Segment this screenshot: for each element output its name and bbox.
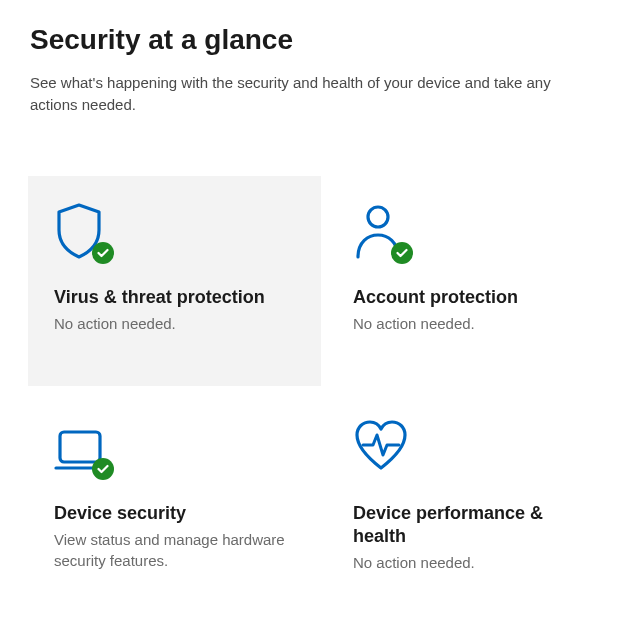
tile-device-performance-health[interactable]: Device performance & health No action ne… [327, 392, 620, 602]
page-title: Security at a glance [30, 24, 610, 56]
tile-account-protection[interactable]: Account protection No action needed. [327, 176, 620, 386]
svg-point-0 [368, 207, 388, 227]
security-tiles-grid: Virus & threat protection No action need… [0, 116, 640, 622]
tile-status: No action needed. [353, 552, 594, 573]
tile-status: No action needed. [353, 313, 594, 334]
check-badge-icon [92, 458, 114, 480]
check-badge-icon [92, 242, 114, 264]
tile-title: Virus & threat protection [54, 286, 295, 309]
tile-virus-threat-protection[interactable]: Virus & threat protection No action need… [28, 176, 321, 386]
tile-status: No action needed. [54, 313, 295, 334]
tile-title: Device performance & health [353, 502, 594, 549]
tile-status: View status and manage hardware security… [54, 529, 295, 571]
tile-title: Account protection [353, 286, 594, 309]
tile-device-security[interactable]: Device security View status and manage h… [28, 392, 321, 602]
heart-pulse-icon [353, 418, 409, 476]
check-badge-icon [391, 242, 413, 264]
tile-title: Device security [54, 502, 295, 525]
svg-rect-1 [60, 432, 100, 462]
page-subtitle: See what's happening with the security a… [30, 72, 570, 116]
